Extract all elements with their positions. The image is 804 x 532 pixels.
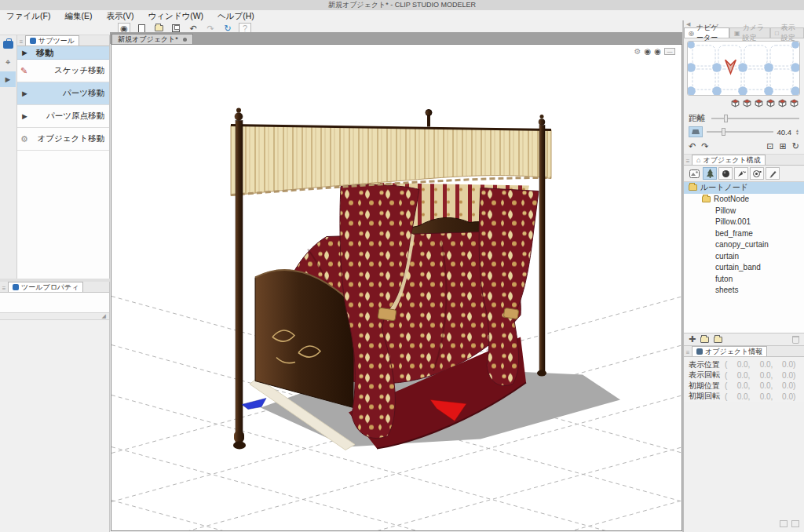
menu-window[interactable]: ウィンドウ(W)	[148, 11, 203, 22]
menu-file[interactable]: ファイル(F)	[6, 11, 50, 22]
menu-edit[interactable]: 編集(E)	[64, 11, 92, 22]
tree-node[interactable]: curtain_band	[684, 262, 804, 274]
tab-camera-settings[interactable]: ▣カメラ設定	[729, 27, 770, 38]
info-row: 表示位置(0.0,0.0,0.0)	[689, 359, 799, 370]
viewport-3d-scene[interactable]	[111, 45, 682, 531]
redo-icon: ↷	[701, 141, 708, 151]
camera-preset-cube-icon[interactable]	[730, 98, 740, 108]
camera-icon[interactable]	[750, 167, 764, 180]
subtool-item-label: パーツ原点移動	[33, 111, 104, 122]
document-tab[interactable]: 新規オブジェクト*	[111, 34, 193, 44]
menu-help[interactable]: ヘルプ(H)	[217, 11, 254, 22]
tab-object-structure[interactable]: ⌂ オブジェクト構成	[692, 155, 766, 165]
document-tab-bar: 新規オブジェクト*	[110, 32, 683, 44]
subtool-list: ✎スケッチ移動►パーツ移動►パーツ原点移動⚙オブジェクト移動	[17, 60, 109, 151]
camera-preset-cube-icon[interactable]	[766, 98, 776, 108]
tree-node[interactable]: curtain	[684, 250, 804, 262]
object-info-header: ≡ オブジェクト情報	[684, 346, 804, 357]
tab-navigator[interactable]: ◎ナビゲーター	[684, 27, 729, 38]
tree-node-label: ルートノード	[700, 182, 748, 193]
info-value: 0.0,	[750, 392, 773, 401]
object-info-tab-label: オブジェクト情報	[705, 347, 762, 357]
subtool-item[interactable]: ✎スケッチ移動	[17, 60, 109, 82]
gear-icon[interactable]: ⚙	[634, 47, 641, 56]
navigator-preview[interactable]	[687, 41, 800, 96]
tree-node[interactable]: futon	[684, 273, 804, 285]
add-folder-icon[interactable]	[700, 337, 709, 343]
bed-model[interactable]	[231, 108, 620, 450]
history-row: ↶ ↷ ⊡ ⊞ ↻	[684, 137, 804, 155]
info-row: 表示回転(0.0,0.0,0.0)	[689, 370, 799, 381]
camera-position-icon[interactable]	[725, 60, 736, 73]
subtool-item-label: スケッチ移動	[33, 65, 104, 76]
tool-property-header: ≡ ツールプロパティ	[0, 282, 109, 293]
spinner-icons[interactable]: ▲▼	[795, 129, 799, 135]
render-sphere-icon[interactable]: ◉	[645, 47, 652, 56]
perspective-slider[interactable]	[707, 128, 773, 136]
panel-menu-icon[interactable]: ≡	[684, 349, 692, 356]
camera-preset-cube-icon[interactable]	[789, 98, 799, 108]
import-folder-icon[interactable]	[714, 337, 722, 343]
camera-preset-cube-icon[interactable]	[742, 98, 752, 108]
toolbox-icon[interactable]	[0, 37, 16, 53]
modified-dot-icon	[183, 38, 187, 42]
subtool-item[interactable]: ⚙オブジェクト移動	[17, 128, 109, 151]
tree-node[interactable]: canopy_curtain	[684, 239, 804, 251]
zoom-reset-icon[interactable]: ⊞	[780, 141, 787, 151]
viewport-3d[interactable]: ⚙ ◉ ◉	[111, 44, 682, 531]
collapse-arrow-icon[interactable]: ◀	[686, 21, 690, 27]
panel-menu-icon[interactable]: ≡	[684, 158, 692, 165]
subtool-tab-icon	[30, 38, 36, 44]
info-value: 0.0,	[727, 360, 750, 369]
panel-menu-icon[interactable]: ≡	[0, 285, 8, 292]
info-value: 0.0)	[773, 360, 795, 369]
add-node-icon[interactable]: ✚	[689, 334, 696, 344]
tab-object-info[interactable]: オブジェクト情報	[692, 346, 767, 356]
tree-node-icon[interactable]	[703, 167, 717, 180]
subtool-item-label: パーツ移動	[33, 88, 104, 99]
collapse-bar-icon[interactable]	[664, 48, 675, 55]
camera-preset-cube-icon[interactable]	[777, 98, 788, 108]
info-label: 表示回転	[689, 370, 725, 381]
tree-node[interactable]: Pillow	[684, 205, 804, 217]
tab-tool-property[interactable]: ツールプロパティ	[8, 282, 83, 292]
undo-icon[interactable]: ↶	[689, 141, 696, 151]
tree-node[interactable]: RootNode	[684, 194, 804, 206]
panel-menu-icon[interactable]: ≡	[17, 38, 25, 46]
panel-footer-icons	[780, 520, 799, 527]
scale-figure-icon[interactable]	[780, 520, 788, 527]
tree-node-label: sheets	[715, 286, 738, 294]
refresh-view-icon[interactable]: ↻	[792, 141, 799, 151]
camera-preset-cube-icon[interactable]	[754, 98, 764, 108]
settings-small-icon[interactable]	[791, 520, 799, 527]
measure-tool-icon[interactable]: ⌖	[0, 54, 16, 70]
material-sphere-icon[interactable]	[718, 167, 733, 180]
info-value: 0.0,	[750, 381, 773, 390]
shading-sphere-icon[interactable]: ◉	[654, 47, 661, 56]
move-tool-icon[interactable]: ►	[0, 71, 16, 87]
fit-view-icon[interactable]: ⊡	[766, 141, 773, 151]
perspective-icon[interactable]	[689, 126, 703, 137]
distance-slider[interactable]	[711, 115, 799, 122]
tree-node[interactable]: ルートノード	[684, 182, 804, 194]
window-title: 新規オブジェクト* - CLIP STUDIO MODELER	[328, 1, 476, 9]
tab-subtool[interactable]: サブツール	[25, 35, 79, 46]
tool-property-footer: ◢	[0, 313, 109, 320]
menu-view[interactable]: 表示(V)	[106, 11, 133, 22]
navigator-tabs: ◎ナビゲーター▣カメラ設定□表示設定	[684, 27, 804, 38]
subtool-item[interactable]: ►パーツ原点移動	[17, 105, 109, 128]
manipulator-icon[interactable]	[734, 167, 748, 180]
material-pen-icon[interactable]	[766, 167, 780, 180]
info-label: 初期位置	[689, 381, 725, 392]
tree-node[interactable]: Pillow.001	[684, 217, 804, 228]
monitor-icon: □	[775, 30, 779, 37]
tab-display-settings[interactable]: □表示設定	[770, 27, 804, 38]
perspective-row: 40.4 ▲▼	[684, 124, 804, 137]
tree-node[interactable]: sheets	[684, 285, 804, 297]
subtool-group-move[interactable]: ► 移動	[17, 46, 109, 60]
tree-node[interactable]: bed_frame	[684, 228, 804, 239]
scene-icon[interactable]	[687, 167, 701, 180]
distance-value[interactable]: 40.4	[777, 128, 792, 137]
subtool-item[interactable]: ►パーツ移動	[17, 82, 109, 105]
info-label: 表示位置	[689, 359, 725, 370]
